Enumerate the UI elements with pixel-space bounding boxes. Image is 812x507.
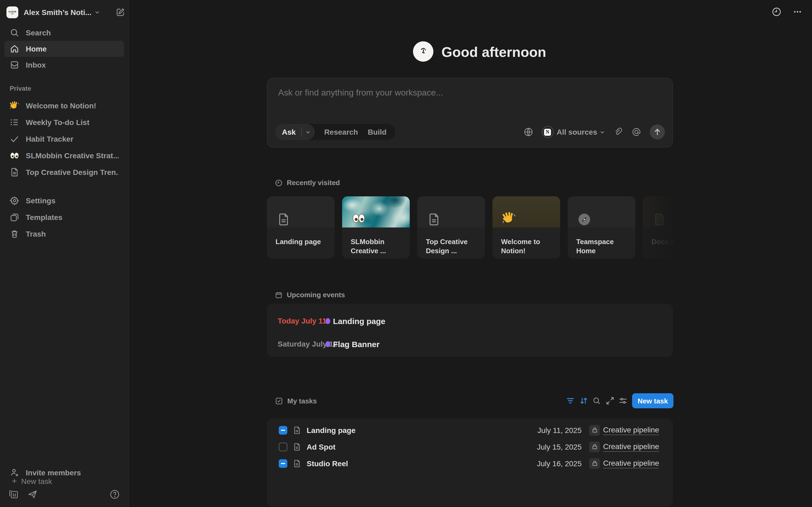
task-title[interactable]: Landing page — [307, 426, 530, 434]
trash-icon — [10, 229, 19, 238]
compose-icon[interactable] — [115, 7, 125, 17]
events-section-header: Upcoming events — [275, 291, 345, 299]
task-title[interactable]: Studio Reel — [307, 459, 530, 467]
svg-text:11: 11 — [12, 493, 16, 497]
workspace-name: Alex Smith’s Noti... — [23, 8, 92, 17]
task-checkbox-icon — [275, 397, 283, 405]
mode-ask-label[interactable]: Ask — [275, 128, 301, 136]
search-icon — [10, 28, 19, 38]
sidebar-item-weekly-todo[interactable]: Weekly To-do List — [4, 114, 124, 130]
workspace-switcher[interactable]: SLMOB Alex Smith’s Noti... — [6, 5, 125, 20]
eyes-icon — [10, 151, 19, 160]
event-date: Today July 11 — [277, 317, 326, 325]
settings-sliders-icon[interactable] — [619, 396, 627, 405]
event-color-dot — [325, 318, 330, 324]
eyes-icon — [352, 211, 366, 225]
my-tasks-card: Landing page July 11, 2025 Creative pipe… — [267, 418, 673, 506]
sidebar-item-templates[interactable]: Templates — [4, 209, 124, 225]
history-clock-icon[interactable] — [772, 7, 781, 17]
recent-card-top-creative[interactable]: Top Creative Design ... — [417, 196, 485, 259]
attachment-icon[interactable] — [613, 127, 623, 137]
submit-button[interactable] — [650, 124, 665, 139]
sort-icon[interactable] — [579, 396, 588, 405]
sidebar-item-search[interactable]: Search — [4, 25, 124, 41]
ask-input[interactable]: Ask or find anything from your workspace… — [278, 88, 443, 98]
sidebar-item-home[interactable]: Home — [4, 41, 124, 57]
home-icon — [10, 44, 19, 54]
recent-card-slmobbin[interactable]: SLMobbin Creative ... — [342, 196, 410, 259]
mode-pill: Ask Research Build — [275, 124, 395, 140]
inbox-icon — [10, 60, 19, 70]
sidebar: SLMOB Alex Smith’s Noti... Search Home I… — [0, 0, 129, 507]
mention-icon[interactable] — [631, 127, 641, 137]
recent-card-teamspace-home[interactable]: Teamspace Home — [568, 196, 635, 259]
task-row[interactable]: Ad Spot July 15, 2025 Creative pipeline — [267, 438, 673, 455]
sidebar-item-habit-tracker[interactable]: Habit Tracker — [4, 130, 124, 147]
plus-icon: + — [12, 477, 17, 486]
greeting-title: Good afternoon — [442, 44, 546, 61]
tasks-section-header: My tasks — [275, 397, 317, 405]
recent-card-welcome[interactable]: Welcome to Notion! — [493, 196, 560, 259]
private-section-label: Private — [10, 85, 31, 92]
page-icon — [293, 459, 301, 467]
sources-selector[interactable]: N All sources — [542, 126, 605, 138]
avatar[interactable] — [413, 41, 434, 62]
recent-card-docu-hub[interactable]: Docu Hub — [643, 196, 673, 259]
task-row[interactable]: Studio Reel July 16, 2025 Creative pipel… — [267, 455, 673, 471]
task-row[interactable]: Landing page July 11, 2025 Creative pipe… — [267, 422, 673, 438]
page-icon — [653, 213, 666, 226]
notion-logo-icon: N — [542, 126, 553, 138]
calendar-icon[interactable]: 11 — [9, 489, 19, 499]
task-title[interactable]: Ad Spot — [307, 442, 530, 451]
event-title[interactable]: Landing page — [333, 316, 385, 325]
send-icon[interactable] — [28, 489, 38, 499]
upcoming-events-card: Today July 11 Landing page Saturday July… — [267, 304, 673, 357]
sidebar-item-welcome[interactable]: Welcome to Notion! — [4, 97, 124, 114]
page-icon — [293, 442, 301, 451]
chevron-down-icon — [600, 129, 605, 134]
sidebar-item-trash[interactable]: Trash — [4, 225, 124, 242]
task-due-date: July 15, 2025 — [530, 442, 581, 451]
lock-icon — [589, 441, 600, 452]
task-due-date: July 11, 2025 — [530, 426, 581, 434]
templates-icon — [10, 212, 19, 222]
search-icon[interactable] — [592, 396, 601, 405]
recently-visited-cards: Landing page SLMobbin Creative ... Top C… — [267, 196, 673, 259]
recent-card-landing-page[interactable]: Landing page — [267, 196, 335, 259]
help-icon[interactable] — [110, 489, 120, 499]
event-row[interactable]: Saturday July 12 Flag Banner — [267, 336, 673, 352]
ask-box[interactable]: Ask or find anything from your workspace… — [267, 78, 673, 148]
sidebar-item-slmobbin[interactable]: SLMobbin Creative Strat... — [4, 147, 124, 164]
sidebar-item-inbox[interactable]: Inbox — [4, 57, 124, 73]
page-icon — [276, 213, 291, 226]
more-menu-icon[interactable] — [793, 7, 802, 17]
chevron-down-icon[interactable] — [302, 129, 314, 134]
mode-selector[interactable]: Ask — [275, 124, 314, 140]
sidebar-item-settings[interactable]: Settings — [4, 192, 124, 209]
globe-icon[interactable] — [523, 127, 533, 137]
chevron-down-icon — [95, 10, 100, 15]
task-project-tag[interactable]: Creative pipeline — [589, 441, 661, 452]
filter-icon[interactable] — [566, 396, 575, 405]
mode-build[interactable]: Build — [368, 128, 387, 136]
task-checkbox[interactable] — [279, 442, 287, 451]
gear-icon — [10, 195, 19, 205]
svg-text:SLMOB: SLMOB — [9, 10, 16, 13]
task-project-tag[interactable]: Creative pipeline — [589, 425, 661, 435]
app-root: SLMOB Alex Smith’s Noti... Search Home I… — [0, 0, 812, 507]
event-title[interactable]: Flag Banner — [333, 339, 379, 348]
wave-hand-icon — [502, 211, 516, 225]
page-icon — [293, 426, 301, 434]
event-row[interactable]: Today July 11 Landing page — [267, 313, 673, 329]
new-task-button[interactable]: New task — [632, 393, 673, 408]
add-task-row[interactable]: + New task — [12, 474, 52, 488]
expand-icon[interactable] — [606, 396, 614, 405]
mode-research[interactable]: Research — [324, 128, 358, 136]
page-icon — [427, 213, 441, 226]
task-project-tag[interactable]: Creative pipeline — [589, 458, 661, 469]
task-checkbox[interactable] — [279, 426, 287, 434]
task-checkbox[interactable] — [279, 459, 287, 467]
sidebar-item-top-creative[interactable]: Top Creative Design Tren... — [4, 164, 124, 180]
recent-section-header: Recently visited — [275, 179, 340, 187]
lock-icon — [589, 458, 600, 469]
